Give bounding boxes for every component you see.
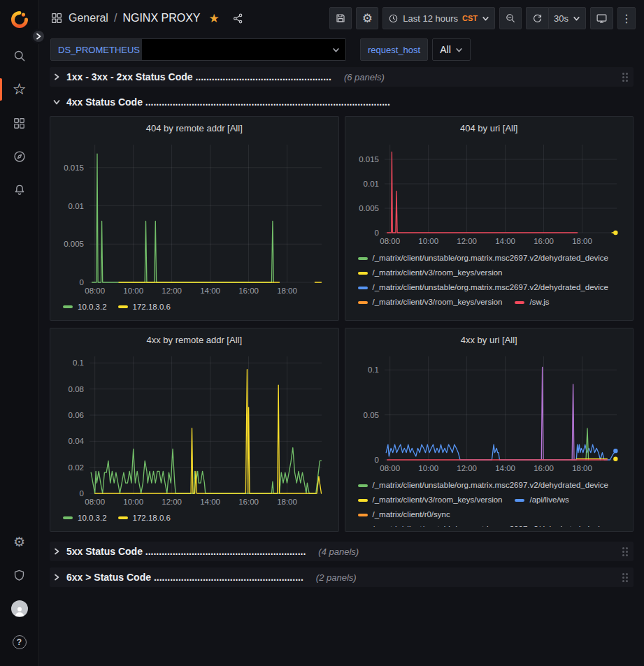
- time-series-chart[interactable]: 08:0010:0012:0014:0016:0018:0000.050.1: [352, 349, 627, 475]
- svg-text:0.1: 0.1: [73, 359, 84, 367]
- svg-text:16:00: 16:00: [238, 287, 259, 295]
- row-drag-handle[interactable]: [622, 73, 628, 82]
- row-5xx[interactable]: 5xx Status Code ........................…: [50, 542, 634, 561]
- more-options-button[interactable]: ⋮: [617, 7, 636, 29]
- svg-text:0.04: 0.04: [69, 437, 85, 445]
- legend-swatch: [358, 301, 368, 304]
- row-title: 5xx Status Code ........................…: [66, 546, 306, 557]
- row-1xx-3xx-2xx[interactable]: 1xx - 3xx - 2xx Status Code ............…: [50, 67, 634, 87]
- dashboard-canvas: 1xx - 3xx - 2xx Status Code ............…: [39, 63, 644, 666]
- panel-title[interactable]: 4xx by remote addr [All]: [57, 333, 331, 349]
- legend-item[interactable]: 172.18.0.6: [118, 300, 171, 314]
- svg-text:14:00: 14:00: [495, 464, 515, 472]
- legend-swatch: [358, 514, 368, 516]
- breadcrumb-folder[interactable]: General: [69, 12, 108, 24]
- variable-host-label[interactable]: request_host: [360, 38, 428, 61]
- refresh-interval-label: 30s: [554, 13, 568, 24]
- sidebar-item-explore[interactable]: [0, 140, 39, 173]
- clock-icon: [388, 13, 399, 24]
- sidebar-item-server-admin[interactable]: [0, 558, 39, 592]
- time-range-picker[interactable]: Last 12 hours CST: [382, 7, 495, 29]
- row-6xx[interactable]: 6xx > Status Code ......................…: [50, 567, 634, 587]
- svg-text:08:00: 08:00: [380, 464, 400, 472]
- share-button[interactable]: [232, 13, 244, 24]
- sidebar-expand-button[interactable]: [31, 29, 46, 44]
- svg-text:0: 0: [80, 489, 84, 498]
- legend-label: 172.18.0.6: [133, 300, 171, 314]
- variable-request-host: request_host All: [360, 38, 471, 61]
- panel-row-bottom: 4xx by remote addr [All] 08:0010:0012:00…: [50, 328, 634, 532]
- svg-text:12:00: 12:00: [457, 237, 477, 245]
- time-series-chart[interactable]: 08:0010:0012:0014:0016:0018:0000.0050.01…: [57, 138, 331, 298]
- save-dashboard-button[interactable]: [329, 7, 352, 29]
- svg-text:10:00: 10:00: [418, 237, 438, 245]
- row-4xx[interactable]: 4xx Status Code ........................…: [50, 92, 634, 112]
- legend-swatch: [358, 257, 368, 260]
- panel-title[interactable]: 4xx by uri [All]: [352, 333, 627, 349]
- panel-legend: 10.0.3.2172.18.0.6: [57, 298, 331, 316]
- zoom-out-button[interactable]: [499, 7, 522, 29]
- legend-swatch: [63, 305, 73, 308]
- svg-text:10:00: 10:00: [123, 498, 143, 506]
- legend-item[interactable]: 172.18.0.6: [118, 511, 171, 526]
- legend-item[interactable]: /_matrix/client/unstable/org.matrix.msc2…: [358, 251, 609, 266]
- time-series-chart[interactable]: 08:0010:0012:0014:0016:0018:0000.020.040…: [57, 349, 331, 509]
- legend-item[interactable]: /_matrix/client/r0/sync: [358, 507, 450, 522]
- breadcrumb: General / NGINX PROXY ★: [50, 11, 244, 26]
- legend-label: /_matrix/client/unstable/org.matrix.msc2…: [373, 522, 609, 527]
- panel-title[interactable]: 404 by remote addr [All]: [57, 121, 331, 138]
- dashboards-grid-icon: [13, 117, 26, 130]
- sidebar-item-starred[interactable]: ☆: [0, 73, 39, 106]
- sidebar: ☆ ⚙ ?: [0, 0, 39, 666]
- dashboard-settings-button[interactable]: ⚙: [356, 7, 378, 29]
- time-series-chart[interactable]: 08:0010:0012:0014:0016:0018:0000.0050.01…: [352, 138, 627, 248]
- legend-item[interactable]: /_matrix/client/v3/room_keys/version: [358, 266, 503, 280]
- refresh-interval-picker[interactable]: 30s: [548, 7, 586, 29]
- favorite-star-icon[interactable]: ★: [209, 11, 220, 26]
- variable-ds-label[interactable]: DS_PROMETHEUS: [50, 38, 148, 61]
- sidebar-item-dashboards[interactable]: [0, 106, 39, 140]
- chevron-down-icon: [573, 15, 580, 22]
- panel-4xx-by-remote-addr: 4xx by remote addr [All] 08:0010:0012:00…: [50, 328, 339, 532]
- legend-item[interactable]: /_matrix/client/v3/room_keys/version: [358, 493, 503, 507]
- legend-swatch: [118, 305, 128, 308]
- legend-label: /_matrix/client/v3/room_keys/version: [373, 295, 503, 310]
- variables-bar: DS_PROMETHEUS request_host All: [39, 36, 644, 63]
- svg-text:16:00: 16:00: [534, 464, 554, 472]
- sidebar-item-profile[interactable]: [0, 592, 39, 625]
- variable-host-value: All: [440, 44, 451, 55]
- chevron-down-icon: [52, 98, 61, 106]
- legend-item[interactable]: /sw.js: [515, 295, 549, 310]
- legend-swatch: [515, 499, 524, 502]
- legend-label: /api/live/ws: [529, 493, 568, 507]
- legend-item[interactable]: 10.0.3.2: [63, 300, 107, 314]
- legend-item[interactable]: /_matrix/client/unstable/org.matrix.msc2…: [358, 280, 609, 295]
- tv-mode-button[interactable]: [590, 7, 613, 29]
- legend-item[interactable]: 10.0.3.2: [63, 511, 107, 526]
- svg-text:0.1: 0.1: [368, 365, 379, 374]
- row-drag-handle[interactable]: [622, 573, 628, 582]
- sidebar-item-alerting[interactable]: [0, 173, 39, 207]
- svg-text:08:00: 08:00: [85, 498, 105, 506]
- variable-ds-value-dropdown[interactable]: [142, 38, 346, 61]
- sidebar-item-help[interactable]: ?: [0, 625, 39, 659]
- svg-text:0.02: 0.02: [69, 463, 84, 472]
- apps-grid-icon: [50, 12, 63, 24]
- legend-item[interactable]: /_matrix/client/unstable/org.matrix.msc2…: [358, 522, 609, 527]
- variable-host-value-dropdown[interactable]: All: [432, 38, 471, 61]
- grafana-logo-icon: [10, 10, 29, 29]
- svg-text:10:00: 10:00: [418, 464, 438, 472]
- sidebar-item-configuration[interactable]: ⚙: [0, 525, 39, 558]
- legend-swatch: [358, 272, 368, 275]
- share-icon: [232, 13, 244, 24]
- legend-item[interactable]: /api/live/ws: [515, 493, 568, 507]
- panel-4xx-by-uri: 4xx by uri [All] 08:0010:0012:0014:0016:…: [345, 328, 634, 532]
- sidebar-item-search[interactable]: [0, 39, 39, 73]
- legend-item[interactable]: /_matrix/client/unstable/org.matrix.msc2…: [358, 478, 609, 493]
- page-title[interactable]: NGINX PROXY: [122, 12, 200, 24]
- row-drag-handle[interactable]: [622, 547, 628, 556]
- legend-item[interactable]: /_matrix/client/v3/room_keys/version: [358, 295, 503, 310]
- panel-title[interactable]: 404 by uri [All]: [352, 121, 627, 138]
- refresh-button[interactable]: [526, 7, 548, 29]
- chevron-right-icon: [52, 73, 61, 81]
